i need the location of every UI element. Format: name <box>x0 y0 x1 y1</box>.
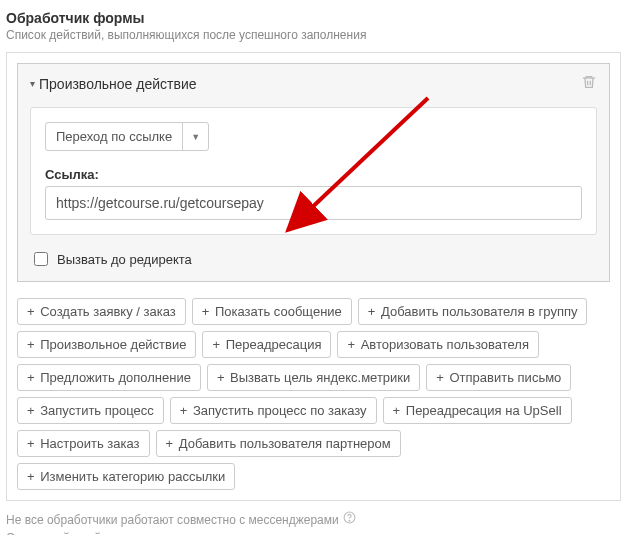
add-action-button[interactable]: + Запустить процесс <box>17 397 164 424</box>
add-action-label: Предложить дополнение <box>37 370 191 385</box>
plus-icon: + <box>27 403 35 418</box>
add-action-button[interactable]: + Добавить пользователя в группу <box>358 298 588 325</box>
action-collapse-toggle[interactable]: ▾ Произвольное действие <box>30 76 197 92</box>
chevron-down-icon: ▾ <box>30 78 35 89</box>
page-title: Обработчик формы <box>6 10 621 26</box>
add-action-label: Авторизовать пользователя <box>357 337 529 352</box>
add-action-button[interactable]: + Показать сообщение <box>192 298 352 325</box>
add-action-label: Добавить пользователя в группу <box>377 304 577 319</box>
before-redirect-checkbox-input[interactable] <box>34 252 48 266</box>
add-action-label: Добавить пользователя партнером <box>175 436 391 451</box>
add-action-label: Переадресация <box>222 337 321 352</box>
add-action-button[interactable]: + Авторизовать пользователя <box>337 331 538 358</box>
footer-note-2: Список действий, выполняющихся после усп… <box>6 529 366 535</box>
action-title-text: Произвольное действие <box>39 76 197 92</box>
plus-icon: + <box>27 337 35 352</box>
add-action-button[interactable]: + Запустить процесс по заказу <box>170 397 377 424</box>
svg-point-4 <box>349 520 350 521</box>
before-redirect-label: Вызвать до редиректа <box>57 252 192 267</box>
plus-icon: + <box>347 337 355 352</box>
plus-icon: + <box>436 370 444 385</box>
add-action-button[interactable]: + Переадресация <box>202 331 331 358</box>
plus-icon: + <box>27 436 35 451</box>
link-label: Ссылка: <box>45 167 582 182</box>
plus-icon: + <box>180 403 188 418</box>
add-action-label: Вызвать цель яндекс.метрики <box>226 370 410 385</box>
plus-icon: + <box>27 370 35 385</box>
action-card: ▾ Произвольное действие Переход по ссылк… <box>17 63 610 282</box>
delete-action-button[interactable] <box>581 74 597 93</box>
page-subtitle: Список действий, выполняющихся после усп… <box>6 28 621 42</box>
add-action-button[interactable]: + Добавить пользователя партнером <box>156 430 401 457</box>
plus-icon: + <box>217 370 225 385</box>
help-icon[interactable] <box>343 511 356 529</box>
link-input[interactable] <box>45 186 582 220</box>
add-action-button[interactable]: + Настроить заказ <box>17 430 150 457</box>
add-action-button[interactable]: + Создать заявку / заказ <box>17 298 186 325</box>
add-action-label: Показать сообщение <box>211 304 342 319</box>
add-action-button[interactable]: + Предложить дополнение <box>17 364 201 391</box>
add-action-label: Запустить процесс <box>37 403 154 418</box>
plus-icon: + <box>27 304 35 319</box>
plus-icon: + <box>166 436 174 451</box>
add-action-button[interactable]: + Отправить письмо <box>426 364 571 391</box>
add-action-label: Запустить процесс по заказу <box>189 403 366 418</box>
handlers-container: ▾ Произвольное действие Переход по ссылк… <box>6 52 621 501</box>
plus-icon: + <box>202 304 210 319</box>
plus-icon: + <box>27 469 35 484</box>
add-action-button[interactable]: + Переадресация на UpSell <box>383 397 572 424</box>
dropdown-caret-icon: ▼ <box>182 123 208 150</box>
action-type-selected: Переход по ссылке <box>46 123 182 150</box>
add-action-buttons: + Создать заявку / заказ+ Показать сообщ… <box>17 298 610 490</box>
add-action-label: Создать заявку / заказ <box>37 304 176 319</box>
add-action-label: Настроить заказ <box>37 436 140 451</box>
add-action-label: Изменить категорию рассылки <box>37 469 226 484</box>
action-body: Переход по ссылке ▼ Ссылка: <box>30 107 597 235</box>
add-action-button[interactable]: + Изменить категорию рассылки <box>17 463 235 490</box>
add-action-label: Переадресация на UpSell <box>402 403 561 418</box>
add-action-label: Отправить письмо <box>446 370 561 385</box>
footer-note-1: Не все обработчики работают совместно с … <box>6 511 339 529</box>
plus-icon: + <box>393 403 401 418</box>
action-type-select[interactable]: Переход по ссылке ▼ <box>45 122 209 151</box>
add-action-button[interactable]: + Произвольное действие <box>17 331 196 358</box>
add-action-label: Произвольное действие <box>37 337 187 352</box>
plus-icon: + <box>368 304 376 319</box>
add-action-button[interactable]: + Вызвать цель яндекс.метрики <box>207 364 420 391</box>
trash-icon <box>581 74 597 90</box>
before-redirect-checkbox[interactable]: Вызвать до редиректа <box>30 249 597 269</box>
plus-icon: + <box>212 337 220 352</box>
